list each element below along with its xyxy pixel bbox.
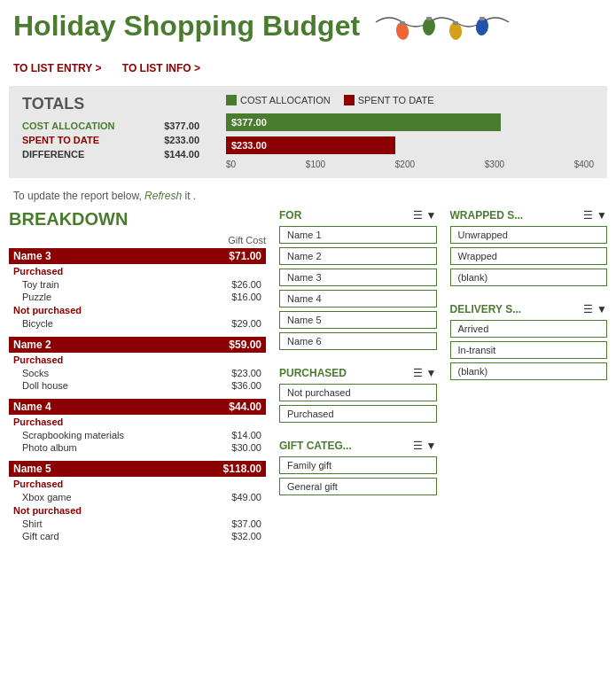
spent-bar: $233.00: [226, 136, 395, 154]
gift-category-filter-header: GIFT CATEG... ☰ ▼: [279, 440, 437, 452]
cost-bar-row: $377.00: [226, 113, 594, 132]
purchased-filter-header: PURCHASED ☰ ▼: [279, 367, 437, 379]
cost-allocation-label: COST ALLOCATION: [22, 121, 115, 131]
table-row: Bicycle $29.00: [9, 317, 266, 330]
gift-cost-header: Gift Cost: [192, 235, 266, 248]
list-info-link[interactable]: TO LIST INFO >: [122, 62, 200, 74]
cost-allocation-row: COST ALLOCATION $377.00: [22, 121, 199, 131]
for-filter-name4[interactable]: Name 4: [279, 290, 437, 308]
name-4-cost: $44.00: [192, 399, 266, 415]
svg-rect-4: [400, 21, 405, 25]
difference-value: $144.00: [164, 149, 199, 160]
family-gift-filter-btn[interactable]: Family gift: [279, 456, 437, 474]
purchased-filter-funnel-icon[interactable]: ▼: [426, 367, 437, 379]
cost-allocation-value: $377.00: [164, 121, 199, 131]
delivery-funnel-icon[interactable]: ▼: [597, 303, 607, 315]
not-purchased-filter-btn[interactable]: Not purchased: [279, 384, 437, 401]
wrapped-funnel-icon[interactable]: ▼: [597, 209, 607, 222]
chart-legend: COST ALLOCATION SPENT TO DATE: [226, 95, 594, 105]
refresh-link[interactable]: Refresh: [144, 190, 182, 202]
gift-category-list-icon[interactable]: ☰: [413, 440, 423, 452]
purchased-status: Purchased: [9, 477, 266, 491]
purchased-filter-title: PURCHASED: [279, 367, 347, 379]
name-2-cost: $59.00: [192, 337, 266, 353]
item-name: Socks: [9, 367, 192, 379]
for-filter-header: FOR ☰ ▼: [279, 209, 437, 222]
svg-rect-6: [453, 21, 458, 25]
general-gift-filter-btn[interactable]: General gift: [279, 478, 437, 495]
item-cost: $26.00: [192, 278, 266, 291]
difference-label: DIFFERENCE: [22, 149, 84, 160]
spent-to-date-row: SPENT TO DATE $233.00: [22, 135, 199, 145]
wrapped-filter-title: WRAPPED S...: [450, 209, 524, 222]
for-filter-funnel-icon[interactable]: ▼: [426, 209, 437, 222]
item-name: Scrapbooking materials: [9, 429, 192, 441]
item-cost: $16.00: [192, 291, 266, 303]
table-row: Toy train $26.00: [9, 278, 266, 291]
wrapped-list-icon[interactable]: ☰: [583, 209, 593, 222]
unwrapped-filter-btn[interactable]: Unwrapped: [450, 226, 608, 244]
for-filter-name6[interactable]: Name 6: [279, 332, 437, 350]
cost-bar: $377.00: [226, 113, 501, 131]
for-filter-name1[interactable]: Name 1: [279, 226, 437, 244]
name-3-cost: $71.00: [192, 248, 266, 264]
cost-legend-box: [226, 95, 237, 105]
spent-to-date-value: $233.00: [164, 135, 199, 145]
table-row: Scrapbooking materials $14.00: [9, 429, 266, 441]
item-cost: $29.00: [192, 317, 266, 330]
purchased-status: Purchased: [9, 264, 266, 278]
spent-to-date-label: SPENT TO DATE: [22, 135, 99, 145]
refresh-note: To update the report below, Refresh it .: [0, 183, 616, 209]
purchased-filter-btn[interactable]: Purchased: [279, 405, 437, 423]
arrived-filter-btn[interactable]: Arrived: [450, 320, 608, 338]
list-entry-link[interactable]: TO LIST ENTRY >: [13, 62, 101, 74]
table-row: Socks $23.00: [9, 367, 266, 379]
item-name: Toy train: [9, 278, 192, 291]
table-row: Puzzle $16.00: [9, 291, 266, 303]
for-filter-name2[interactable]: Name 2: [279, 247, 437, 265]
wrapped-blank-filter-btn[interactable]: (blank): [450, 269, 608, 286]
item-cost: $14.00: [192, 429, 266, 441]
item-name: Puzzle: [9, 291, 192, 303]
purchased-filter-list-icon[interactable]: ☰: [413, 367, 423, 379]
table-row: Purchased: [9, 264, 266, 278]
not-purchased-status: Not purchased: [9, 303, 266, 317]
table-row: Name 4 $44.00: [9, 399, 266, 415]
for-filter-name5[interactable]: Name 5: [279, 311, 437, 329]
lights-decoration: [371, 9, 513, 56]
for-filter-name3[interactable]: Name 3: [279, 269, 437, 286]
gift-category-funnel-icon[interactable]: ▼: [426, 440, 437, 452]
delivery-list-icon[interactable]: ☰: [583, 303, 593, 315]
breakdown-section: BREAKDOWN Gift Cost Name 3 $71.00 Purcha…: [9, 209, 266, 542]
item-cost: $37.00: [192, 518, 266, 530]
item-cost: $49.00: [192, 491, 266, 503]
gift-category-filter-title: GIFT CATEG...: [279, 440, 352, 452]
table-row: Name 3 $71.00: [9, 248, 266, 264]
filter-col-left: FOR ☰ ▼ Name 1 Name 2 Name 3 Name 4 Name…: [279, 209, 437, 542]
name-5-cost: $118.00: [192, 461, 266, 477]
for-filter-title: FOR: [279, 209, 301, 222]
wrapped-filter-btn[interactable]: Wrapped: [450, 247, 608, 265]
table-row: Shirt $37.00: [9, 518, 266, 530]
table-row: Photo album $30.00: [9, 441, 266, 454]
breakdown-heading: BREAKDOWN: [9, 209, 266, 230]
name-4-label: Name 4: [9, 399, 192, 415]
item-cost: $23.00: [192, 367, 266, 379]
item-cost: $36.00: [192, 379, 266, 392]
table-row: Purchased: [9, 477, 266, 491]
table-row: Purchased: [9, 415, 266, 429]
item-name: Xbox game: [9, 491, 192, 503]
svg-rect-7: [480, 17, 485, 20]
not-purchased-status: Not purchased: [9, 503, 266, 518]
name-3-label: Name 3: [9, 248, 192, 264]
delivery-blank-filter-btn[interactable]: (blank): [450, 362, 608, 380]
cost-legend-label: COST ALLOCATION: [240, 95, 331, 105]
item-name: Photo album: [9, 441, 192, 454]
chart-axis: $0 $100 $200 $300 $400: [226, 160, 594, 169]
in-transit-filter-btn[interactable]: In-transit: [450, 341, 608, 359]
table-row: Xbox game $49.00: [9, 491, 266, 503]
spent-bar-row: $233.00: [226, 136, 594, 155]
item-cost: $32.00: [192, 530, 266, 542]
breakdown-table: Gift Cost Name 3 $71.00 Purchased Toy tr…: [9, 235, 266, 542]
for-filter-list-icon[interactable]: ☰: [413, 209, 423, 222]
